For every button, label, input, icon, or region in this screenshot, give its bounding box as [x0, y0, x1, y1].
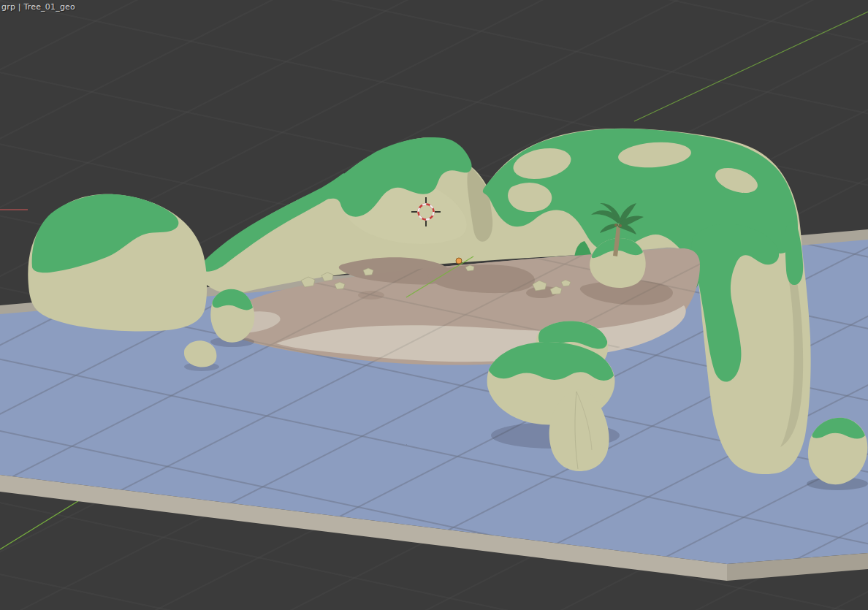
object-origin-dot[interactable] [456, 258, 462, 264]
active-object-breadcrumb: grp | Tree_01_geo [1, 2, 75, 12]
palm-coconut [619, 224, 622, 227]
blender-window: grp | Tree_01_geo [0, 0, 868, 610]
3d-viewport[interactable] [0, 0, 868, 610]
palm-coconut [614, 224, 617, 226]
